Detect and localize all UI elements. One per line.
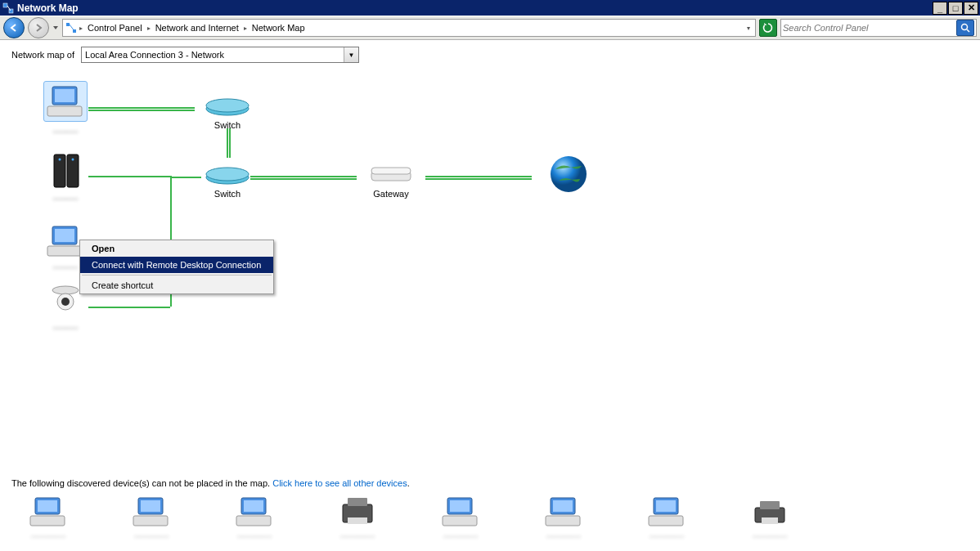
connection-line — [425, 176, 532, 177]
connection-line — [425, 178, 532, 180]
network-map-of-label: Network map of — [11, 50, 74, 60]
svg-line-5 — [70, 25, 74, 31]
unplaced-device[interactable]: ────── — [11, 496, 85, 541]
svg-rect-42 — [443, 516, 477, 526]
network-icon — [65, 21, 78, 34]
connection-line — [227, 128, 228, 158]
search-box[interactable] — [780, 19, 977, 37]
svg-rect-39 — [348, 517, 367, 524]
chevron-right-icon: ▸ — [146, 25, 152, 32]
device-switch-2[interactable]: Switch — [191, 163, 264, 199]
refresh-button[interactable] — [759, 19, 777, 37]
unplaced-device[interactable]: ────── — [424, 496, 497, 541]
selected-network: Local Area Connection 3 - Network — [85, 50, 224, 60]
maximize-button[interactable]: □ — [948, 2, 963, 15]
device-label: Switch — [191, 120, 264, 130]
svg-point-24 — [206, 168, 249, 181]
svg-rect-26 — [371, 168, 411, 174]
chevron-right-icon: ▸ — [242, 25, 249, 32]
svg-point-27 — [551, 156, 587, 192]
context-menu-open[interactable]: Open — [80, 240, 273, 257]
close-button[interactable]: ✕ — [964, 2, 978, 15]
device-label: Switch — [191, 189, 264, 199]
svg-rect-29 — [38, 500, 57, 512]
connection-line — [88, 110, 195, 111]
unplaced-device-printer[interactable]: ────── — [733, 496, 807, 541]
svg-rect-16 — [55, 229, 74, 242]
connection-line — [250, 176, 357, 177]
breadcrumb-segment[interactable]: Control Panel — [84, 23, 146, 33]
svg-rect-36 — [236, 516, 271, 526]
unplaced-device-printer[interactable]: ────── — [321, 496, 394, 541]
svg-line-7 — [967, 29, 969, 32]
device-gateway[interactable]: Gateway — [354, 163, 428, 199]
unplaced-device[interactable]: ────── — [218, 496, 291, 541]
breadcrumb-segment[interactable]: Network and Internet — [152, 23, 242, 33]
app-icon — [2, 2, 15, 15]
context-menu-separator — [82, 275, 272, 276]
svg-rect-51 — [762, 517, 778, 524]
svg-point-6 — [962, 25, 968, 30]
history-dropdown-icon[interactable] — [52, 22, 59, 34]
chevron-down-icon: ▼ — [344, 47, 358, 62]
device-label: ──── — [29, 127, 102, 137]
back-button[interactable] — [3, 17, 25, 38]
internet-globe[interactable] — [532, 153, 605, 195]
svg-rect-38 — [348, 498, 367, 506]
svg-rect-17 — [47, 246, 82, 256]
address-bar[interactable]: ▸ Control Panel ▸ Network and Internet ▸… — [62, 19, 756, 37]
connection-line — [88, 107, 195, 109]
network-select[interactable]: Local Area Connection 3 - Network ▼ — [81, 47, 359, 63]
svg-rect-35 — [244, 500, 263, 512]
search-input[interactable] — [783, 23, 956, 33]
svg-point-14 — [72, 159, 74, 161]
device-label: ──── — [29, 323, 102, 333]
device-switch-1[interactable]: Switch — [191, 94, 264, 130]
context-menu: Open Connect with Remote Desktop Connect… — [79, 240, 274, 294]
connection-line — [229, 128, 231, 158]
forward-button[interactable] — [28, 17, 49, 38]
svg-point-22 — [206, 99, 249, 112]
svg-point-13 — [59, 159, 61, 161]
unplaced-device[interactable]: ────── — [527, 496, 600, 541]
svg-rect-50 — [760, 501, 780, 509]
connection-line — [250, 178, 357, 180]
breadcrumb-segment[interactable]: Network Map — [249, 23, 308, 33]
device-server[interactable]: ──── — [29, 151, 102, 204]
chevron-right-icon: ▸ — [78, 25, 84, 32]
device-this-pc[interactable]: ──── — [29, 81, 102, 137]
address-dropdown-icon[interactable]: ▾ — [744, 25, 753, 32]
device-label: Gateway — [354, 189, 428, 199]
device-label: ──── — [29, 194, 102, 204]
svg-point-20 — [61, 298, 70, 306]
window-title: Network Map — [17, 2, 932, 14]
svg-rect-0 — [3, 3, 7, 7]
svg-rect-10 — [47, 106, 82, 116]
svg-rect-30 — [30, 516, 65, 526]
search-button[interactable] — [956, 20, 974, 36]
network-map-canvas: ──── ──── ──── ──── Switch Switch Gatewa… — [0, 69, 980, 462]
see-all-devices-link[interactable]: Click here to see all other devices — [272, 478, 407, 488]
unplaced-devices-list: ────── ────── ────── ────── ────── ─────… — [11, 496, 969, 541]
svg-rect-44 — [553, 500, 573, 512]
svg-rect-47 — [656, 500, 676, 512]
svg-rect-32 — [141, 500, 160, 512]
svg-rect-33 — [133, 516, 168, 526]
svg-rect-9 — [55, 89, 74, 102]
svg-rect-48 — [649, 516, 683, 526]
context-menu-create-shortcut[interactable]: Create shortcut — [80, 277, 273, 293]
unplaced-device[interactable]: ────── — [115, 496, 188, 541]
minimize-button[interactable]: _ — [933, 2, 947, 15]
svg-rect-41 — [450, 500, 470, 512]
svg-rect-3 — [66, 23, 70, 26]
svg-rect-45 — [546, 516, 580, 526]
unplaced-device[interactable]: ────── — [630, 496, 704, 541]
context-menu-connect-rdc[interactable]: Connect with Remote Desktop Connection — [80, 257, 273, 273]
unplaced-devices-message: The following discovered device(s) can n… — [11, 478, 969, 488]
